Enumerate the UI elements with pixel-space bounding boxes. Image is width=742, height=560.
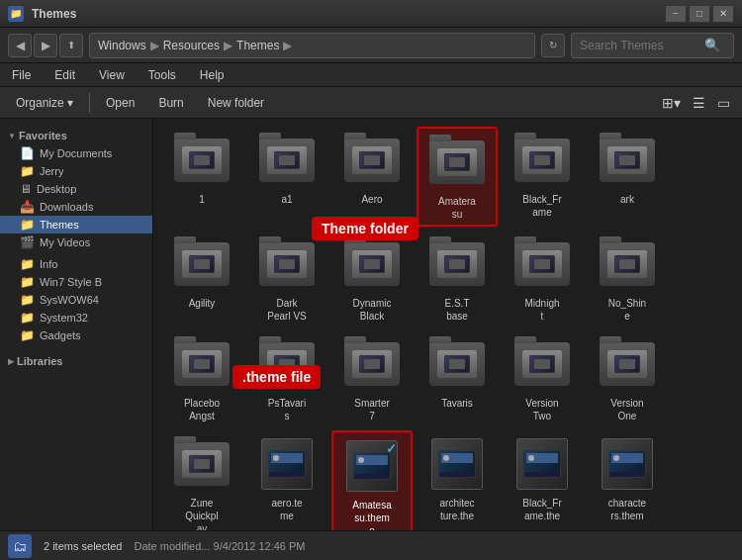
favorites-section: ▼ Favorites 📄 My Documents 📁 Jerry 🖥 Des… — [0, 127, 152, 251]
view-controls: ⊞▾ ☰ ▭ — [658, 93, 734, 113]
back-button[interactable]: ◀ — [8, 34, 32, 57]
window-controls: − □ ✕ — [665, 5, 734, 23]
file-label: Dark Pearl VS — [267, 297, 306, 323]
sidebar-item-syswow64[interactable]: 📁 SysWOW64 — [0, 291, 152, 309]
search-input[interactable] — [580, 39, 698, 52]
file-icon — [598, 434, 657, 494]
themes-icon: 📁 — [20, 218, 35, 232]
info-icon: 📁 — [20, 257, 35, 271]
file-icon — [257, 131, 317, 190]
file-icon — [342, 131, 402, 190]
view-detail-button[interactable]: ☰ — [689, 93, 709, 113]
file-icon — [512, 334, 572, 394]
file-item[interactable]: Black_Fr ame — [502, 127, 583, 227]
libraries-label: Libraries — [17, 355, 62, 367]
file-item[interactable]: Placebo Angst — [161, 330, 242, 426]
file-icon — [512, 434, 572, 494]
file-icon — [172, 234, 232, 294]
menu-view[interactable]: View — [95, 66, 129, 84]
file-icon — [342, 334, 402, 394]
file-item[interactable]: Midnigh t — [502, 231, 583, 327]
file-label: Tavaris — [441, 397, 473, 410]
libraries-header[interactable]: ▶ Libraries — [0, 352, 152, 370]
maximize-button[interactable]: □ — [689, 5, 710, 23]
file-label: No_Shin e — [608, 297, 646, 323]
file-label: Zune Quickpl ay — [185, 497, 218, 530]
sidebar-item-label: Gadgets — [40, 329, 81, 341]
open-button[interactable]: Open — [98, 93, 142, 113]
file-label: Aero — [361, 193, 382, 206]
organize-button[interactable]: Organize ▾ — [8, 93, 81, 113]
file-item[interactable]: E.S.T base — [417, 231, 498, 327]
file-item[interactable]: Zune Quickpl ay — [161, 430, 242, 530]
menu-tools[interactable]: Tools — [144, 66, 180, 84]
sidebar-item-label: Jerry — [40, 165, 63, 177]
menu-help[interactable]: Help — [196, 66, 229, 84]
file-item[interactable]: Aero — [331, 127, 413, 227]
address-bar: ◀ ▶ ⬆ Windows ▶ Resources ▶ Themes ▶ ↻ 🔍 — [0, 28, 742, 63]
file-item[interactable]: Tavaris — [417, 330, 498, 426]
file-item[interactable]: ark — [587, 127, 668, 227]
sidebar-item-label: System32 — [40, 312, 88, 324]
sidebar-item-themes[interactable]: 📁 Themes — [0, 216, 152, 233]
file-item[interactable]: aero.te me — [246, 430, 327, 530]
sidebar-item-my-documents[interactable]: 📄 My Documents — [0, 144, 152, 162]
new-folder-button[interactable]: New folder — [200, 93, 272, 113]
sidebar-item-system32[interactable]: 📁 System32 — [0, 309, 152, 327]
close-button[interactable]: ✕ — [712, 5, 734, 23]
file-item[interactable]: ✓ Amatesa su.them e — [331, 430, 413, 530]
file-area-wrapper: 1 a1 Aero — [153, 119, 742, 530]
file-icon — [598, 334, 657, 394]
menu-edit[interactable]: Edit — [50, 66, 79, 84]
sidebar-item-info[interactable]: 📁 Info — [0, 255, 152, 273]
preview-pane-button[interactable]: ▭ — [713, 93, 734, 113]
sidebar-item-desktop[interactable]: 🖥 Desktop — [0, 180, 152, 198]
file-label: architec ture.the — [439, 497, 474, 522]
file-item[interactable]: characte rs.them — [587, 430, 668, 530]
minimize-button[interactable]: − — [665, 5, 687, 23]
favorites-header[interactable]: ▼ Favorites — [0, 127, 152, 144]
file-icon — [172, 434, 232, 494]
up-button[interactable]: ⬆ — [59, 34, 83, 57]
sidebar-item-my-videos[interactable]: 🎬 My Videos — [0, 233, 152, 251]
file-item[interactable]: 1 — [161, 127, 242, 227]
file-item[interactable]: Agility — [161, 231, 242, 327]
file-item[interactable]: Amatera su — [417, 127, 498, 227]
sidebar-item-label: My Videos — [40, 236, 90, 248]
file-item[interactable]: Version Two — [502, 330, 583, 426]
file-item[interactable]: No_Shin e — [587, 231, 668, 327]
file-item[interactable]: PsTavari s — [246, 330, 327, 426]
file-icon — [172, 334, 232, 394]
sidebar-item-jerry[interactable]: 📁 Jerry — [0, 162, 152, 180]
file-label: Agility — [189, 297, 216, 310]
file-label: PsTavari s — [268, 397, 306, 422]
menu-file[interactable]: File — [8, 66, 35, 84]
file-item[interactable]: Dark Pearl VS — [246, 231, 327, 327]
status-bar: 🗂 2 items selected Date modified... 9/4/… — [0, 530, 742, 560]
my-documents-icon: 📄 — [20, 146, 35, 160]
file-item[interactable]: architec ture.the — [417, 430, 498, 530]
file-area: 1 a1 Aero — [153, 119, 742, 530]
address-path[interactable]: Windows ▶ Resources ▶ Themes ▶ — [89, 33, 535, 58]
refresh-button[interactable]: ↻ — [541, 34, 565, 57]
sidebar-item-label: Downloads — [40, 201, 93, 213]
search-box[interactable]: 🔍 — [571, 33, 734, 58]
sidebar-item-win7-style[interactable]: 📁 Win7 Style B — [0, 273, 152, 291]
syswow-icon: 📁 — [20, 293, 35, 307]
file-item[interactable]: Black_Fr ame.the — [502, 430, 583, 530]
sidebar-item-gadgets[interactable]: 📁 Gadgets — [0, 327, 152, 344]
forward-button[interactable]: ▶ — [34, 34, 57, 57]
burn-button[interactable]: Burn — [150, 93, 191, 113]
file-icon — [257, 234, 317, 294]
search-icon: 🔍 — [704, 38, 720, 52]
file-item[interactable]: Smarter 7 — [331, 330, 413, 426]
menu-bar: File Edit View Tools Help — [0, 63, 742, 87]
view-toggle-button[interactable]: ⊞▾ — [658, 93, 685, 113]
libraries-section: ▶ Libraries — [0, 352, 152, 370]
file-item[interactable]: Version One — [587, 330, 668, 426]
status-detail: Date modified... 9/4/2012 12:46 PM — [134, 540, 305, 552]
file-item[interactable]: a1 — [246, 127, 327, 227]
sidebar-item-downloads[interactable]: 📥 Downloads — [0, 198, 152, 216]
file-item[interactable]: Dynamic Black — [331, 231, 413, 327]
file-label: characte rs.them — [608, 497, 646, 522]
